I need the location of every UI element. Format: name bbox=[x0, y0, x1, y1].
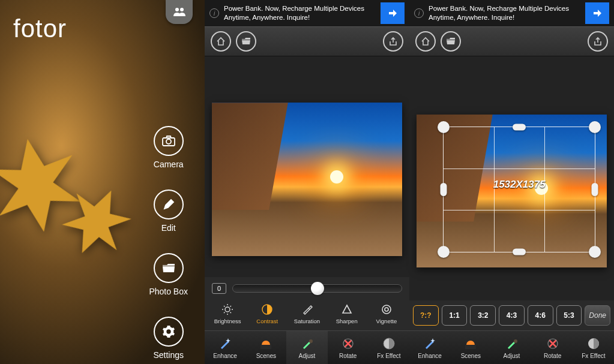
ratio-free[interactable]: ?:? bbox=[413, 305, 439, 326]
adjust-slider[interactable] bbox=[232, 284, 402, 293]
slider-thumb[interactable] bbox=[311, 282, 324, 295]
ad-banner[interactable]: i Power Bank. Now, Recharge Multiple Dev… bbox=[205, 0, 409, 26]
edit-menu-item[interactable]: Edit bbox=[154, 189, 184, 233]
enhance-tab[interactable]: Enhance bbox=[409, 331, 450, 364]
gear-icon bbox=[162, 325, 175, 338]
camera-label: Camera bbox=[154, 160, 184, 169]
svg-point-11 bbox=[309, 339, 313, 343]
photo: 1532X1375 bbox=[417, 115, 607, 268]
brush-icon bbox=[299, 336, 315, 351]
wand-icon bbox=[217, 336, 233, 351]
crop-handle-tr[interactable] bbox=[589, 121, 601, 133]
svg-rect-16 bbox=[465, 345, 476, 349]
rotate-tab[interactable]: Rotate bbox=[328, 331, 369, 364]
people-icon bbox=[173, 7, 186, 17]
wand-icon bbox=[422, 336, 438, 351]
ratio-4-3[interactable]: 4:3 bbox=[499, 305, 525, 326]
camera-icon bbox=[162, 136, 175, 146]
ratio-1-1[interactable]: 1:1 bbox=[442, 305, 468, 326]
adjust-screen: i Power Bank. Now, Recharge Multiple Dev… bbox=[205, 0, 409, 364]
svg-point-5 bbox=[225, 307, 230, 312]
share-icon bbox=[388, 37, 398, 46]
share-icon bbox=[593, 37, 603, 46]
crop-screen: i Power Bank. Now, Recharge Multiple Dev… bbox=[409, 0, 614, 364]
home-menu: Camera Edit Photo Box Settings bbox=[149, 126, 188, 360]
fx-tab[interactable]: Fx Effect bbox=[573, 331, 614, 364]
crop-dimensions: 1532X1375 bbox=[493, 179, 546, 191]
svg-point-1 bbox=[180, 8, 184, 11]
svg-point-7 bbox=[382, 305, 391, 314]
svg-point-3 bbox=[166, 139, 171, 144]
camera-menu-item[interactable]: Camera bbox=[154, 126, 184, 169]
crop-handle-t[interactable] bbox=[513, 124, 526, 131]
contrast-tab[interactable]: Contrast bbox=[248, 300, 286, 327]
photo-canvas[interactable] bbox=[205, 56, 409, 277]
ad-text: Power Bank. Now, Recharge Multiple Devic… bbox=[429, 4, 580, 22]
adjust-slider-row: 0 bbox=[205, 277, 409, 297]
adjust-tab[interactable]: Adjust bbox=[491, 331, 532, 364]
contrast-icon bbox=[260, 302, 274, 317]
crop-handle-r[interactable] bbox=[591, 183, 598, 196]
crop-handle-b[interactable] bbox=[513, 248, 526, 255]
open-folder-button[interactable] bbox=[236, 31, 256, 52]
home-icon bbox=[421, 37, 430, 46]
brush-icon bbox=[504, 336, 520, 351]
scenes-tab[interactable]: Scenes bbox=[450, 331, 491, 364]
rotate-icon bbox=[340, 336, 356, 351]
photo-canvas[interactable]: 1532X1375 bbox=[409, 56, 614, 300]
brand-logo: fotor bbox=[13, 14, 67, 43]
ad-banner[interactable]: i Power Bank. Now, Recharge Multiple Dev… bbox=[409, 0, 614, 26]
svg-point-4 bbox=[167, 330, 170, 333]
share-button[interactable] bbox=[588, 31, 608, 52]
home-screen: fotor Camera Edit Photo Box Settings bbox=[0, 0, 205, 364]
fx-tab[interactable]: Fx Effect bbox=[369, 331, 409, 364]
crop-frame[interactable]: 1532X1375 bbox=[443, 127, 595, 252]
crop-handle-bl[interactable] bbox=[438, 246, 450, 258]
enhance-tab[interactable]: Enhance bbox=[205, 331, 245, 364]
adjust-tab[interactable]: Adjust bbox=[286, 331, 327, 364]
saturation-tab[interactable]: Saturation bbox=[287, 300, 326, 327]
svg-point-8 bbox=[385, 308, 388, 311]
scenes-tab[interactable]: Scenes bbox=[245, 331, 286, 364]
sharpen-tab[interactable]: Sharpen bbox=[328, 300, 366, 327]
rotate-tab[interactable]: Rotate bbox=[532, 331, 573, 364]
main-tabs: Enhance Scenes Adjust Rotate Fx Effect bbox=[409, 330, 614, 364]
crop-handle-l[interactable] bbox=[441, 183, 447, 196]
ratio-row: ?:? 1:1 3:2 4:3 4:6 5:3 Done bbox=[409, 300, 614, 330]
brightness-icon bbox=[220, 302, 235, 317]
sharpen-icon bbox=[340, 302, 354, 317]
folder-icon bbox=[446, 38, 456, 45]
home-button[interactable] bbox=[415, 31, 436, 52]
svg-point-17 bbox=[514, 339, 517, 343]
settings-menu-item[interactable]: Settings bbox=[153, 317, 184, 360]
crop-done-button[interactable]: Done bbox=[585, 305, 610, 326]
eyedropper-icon bbox=[300, 302, 315, 317]
slider-value: 0 bbox=[212, 283, 226, 294]
ratio-4-6[interactable]: 4:6 bbox=[528, 305, 553, 326]
ratio-5-3[interactable]: 5:3 bbox=[556, 305, 582, 326]
fx-icon bbox=[586, 336, 601, 351]
home-button[interactable] bbox=[211, 31, 231, 52]
folder-icon bbox=[162, 263, 175, 273]
ad-go-button[interactable] bbox=[381, 2, 405, 24]
community-button[interactable] bbox=[166, 0, 193, 24]
editor-toolbar bbox=[409, 26, 614, 56]
ratio-3-2[interactable]: 3:2 bbox=[470, 305, 496, 326]
svg-point-0 bbox=[175, 8, 179, 11]
crop-handle-br[interactable] bbox=[589, 246, 601, 258]
sunset-icon bbox=[258, 336, 274, 351]
adjust-subtabs: Brightness Contrast Saturation Sharpen V… bbox=[205, 297, 409, 330]
brightness-tab[interactable]: Brightness bbox=[208, 300, 247, 327]
open-folder-button[interactable] bbox=[441, 31, 461, 52]
photobox-menu-item[interactable]: Photo Box bbox=[149, 253, 188, 296]
arrow-right-icon bbox=[387, 8, 398, 19]
svg-rect-10 bbox=[260, 345, 271, 349]
vignette-tab[interactable]: Vignette bbox=[367, 300, 406, 327]
crop-handle-tl[interactable] bbox=[438, 121, 450, 133]
pencil-icon bbox=[163, 198, 175, 210]
editor-toolbar bbox=[205, 26, 409, 56]
share-button[interactable] bbox=[383, 31, 403, 52]
vignette-icon bbox=[379, 302, 394, 317]
sunset-icon bbox=[463, 336, 478, 351]
ad-go-button[interactable] bbox=[585, 2, 609, 24]
